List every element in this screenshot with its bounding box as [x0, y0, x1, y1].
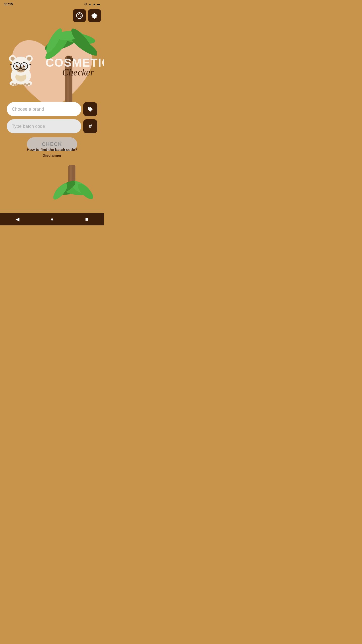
svg-point-21	[16, 83, 18, 85]
svg-point-38	[16, 65, 18, 67]
svg-point-39	[23, 65, 25, 67]
batch-input[interactable]	[7, 119, 81, 133]
bottom-grass	[50, 165, 101, 200]
signal-icon: ▲	[93, 2, 96, 6]
brand-input[interactable]	[7, 102, 81, 116]
hash-button[interactable]: #	[83, 119, 97, 133]
svg-point-25	[28, 83, 30, 85]
wifi-icon: ▲	[88, 2, 92, 6]
svg-point-30	[27, 57, 31, 61]
app-title: COSMETIC Checker	[46, 57, 104, 77]
svg-point-2	[79, 13, 80, 14]
disclaimer-link[interactable]: Disclaimer	[27, 153, 77, 157]
tag-button[interactable]	[83, 102, 97, 116]
svg-point-19	[12, 83, 14, 85]
svg-point-1	[78, 14, 79, 15]
svg-point-23	[24, 83, 26, 85]
svg-point-28	[11, 57, 15, 61]
recents-icon: ■	[85, 216, 88, 222]
back-button[interactable]: ◀	[12, 214, 22, 224]
battery-icon: ▬	[97, 2, 100, 6]
palette-button[interactable]	[73, 9, 86, 22]
batch-row: #	[7, 119, 97, 133]
form-section: # CHECK	[7, 102, 97, 151]
svg-point-40	[17, 65, 18, 66]
links-section: How to find the batch code? Disclaimer	[27, 147, 77, 157]
main-content: COSMETIC Checker # CHECK How to find the…	[0, 24, 104, 213]
top-buttons-bar	[0, 7, 104, 24]
status-icons: ⊙ ▲ ▲ ▬	[84, 2, 100, 6]
how-to-find-link[interactable]: How to find the batch code?	[27, 147, 77, 152]
recents-button[interactable]: ■	[82, 214, 92, 224]
status-bar: 11:15 ⊙ ▲ ▲ ▬	[0, 0, 104, 7]
svg-point-3	[80, 14, 81, 15]
notification-icon: ⊙	[84, 2, 87, 6]
settings-button[interactable]	[88, 9, 101, 22]
back-icon: ◀	[16, 216, 19, 222]
home-icon: ●	[51, 216, 54, 222]
bear-mascot	[5, 48, 37, 86]
status-time: 11:15	[4, 2, 13, 6]
svg-point-41	[24, 65, 25, 66]
hash-icon: #	[89, 123, 92, 130]
brand-row	[7, 102, 97, 116]
home-button[interactable]: ●	[47, 214, 57, 224]
nav-bar: ◀ ● ■	[0, 213, 104, 225]
